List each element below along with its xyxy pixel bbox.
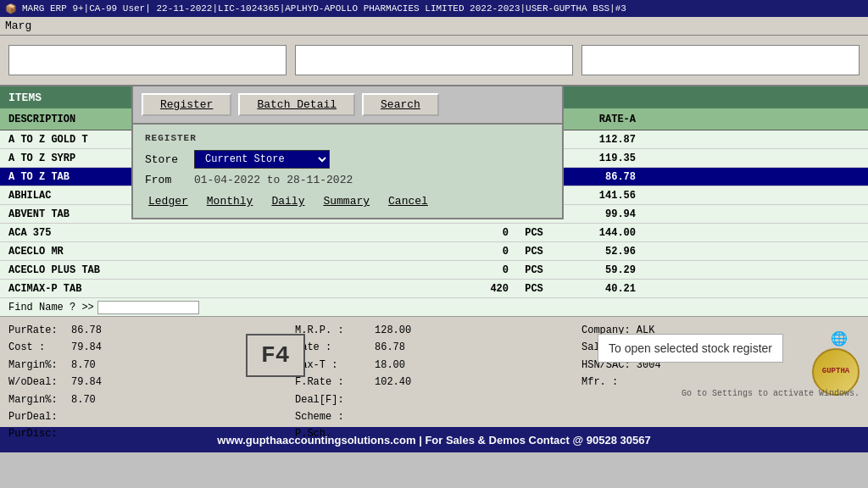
row-unit: PCS: [509, 264, 559, 276]
store-label: Store: [145, 153, 187, 166]
store-select[interactable]: Current Store: [194, 150, 330, 169]
title-text: MARG ERP 9+|CA-99 User| 22-11-2022|LIC-1…: [22, 3, 626, 14]
row-rate: 141.56: [559, 190, 644, 202]
table-row[interactable]: ACA 375 0 PCS 144.00: [0, 224, 868, 242]
search-button[interactable]: Search: [362, 93, 439, 116]
row-unit: PCS: [509, 283, 559, 295]
cancel-button[interactable]: Cancel: [385, 193, 431, 209]
title-bar: 📦 MARG ERP 9+|CA-99 User| 22-11-2022|LIC…: [0, 0, 868, 17]
daily-button[interactable]: Daily: [268, 193, 308, 209]
row-rate: 86.78: [559, 171, 644, 183]
row-desc: ACIMAX-P TAB: [0, 283, 220, 295]
row-stock: 420: [441, 283, 509, 295]
detail-col-left: PurRate:86.78 Cost :79.84 Margin%:8.70 W…: [8, 322, 287, 422]
col-header-rate: RATE-A: [559, 114, 644, 125]
row-rate: 99.94: [559, 208, 644, 220]
ledger-button[interactable]: Ledger: [145, 193, 192, 209]
find-name-input[interactable]: [97, 301, 199, 314]
table-row[interactable]: ACIMAX-P TAB 420 PCS 40.21: [0, 280, 868, 298]
row-rate: 112.87: [559, 134, 644, 146]
top-input-2[interactable]: [295, 45, 573, 75]
dialog-overlay: Register Batch Detail Search REGISTER St…: [131, 85, 564, 219]
row-rate: 40.21: [559, 283, 644, 295]
find-name-row: Find Name ? >>: [0, 298, 868, 317]
table-row[interactable]: ACECLO PLUS TAB 0 PCS 59.29: [0, 261, 868, 280]
row-stock: 0: [441, 246, 509, 258]
tooltip-open-register: To open selected stock register: [598, 334, 783, 363]
summary-button[interactable]: Summary: [320, 193, 373, 209]
dialog-buttons-row: Register Batch Detail Search: [131, 85, 564, 123]
register-actions: Ledger Monthly Daily Summary Cancel: [145, 193, 550, 209]
row-stock: 0: [441, 264, 509, 276]
monthly-button[interactable]: Monthly: [203, 193, 257, 209]
top-input-3[interactable]: [581, 45, 860, 75]
batch-detail-button[interactable]: Batch Detail: [238, 93, 355, 116]
bottom-details: PurRate:86.78 Cost :79.84 Margin%:8.70 W…: [0, 317, 868, 427]
detail-col-middle: M.R.P. :128.00 Rate :86.78 Tax-T :18.00 …: [295, 322, 573, 422]
top-input-1[interactable]: [8, 45, 287, 75]
from-label: From: [145, 174, 187, 186]
row-unit: PCS: [509, 227, 559, 239]
row-desc: ACECLO MR: [0, 246, 220, 258]
row-stock: 0: [441, 227, 509, 239]
row-desc: ACECLO PLUS TAB: [0, 264, 220, 276]
row-unit: PCS: [509, 246, 559, 258]
date-range: 01-04-2022 to 28-11-2022: [194, 174, 353, 186]
from-row: From 01-04-2022 to 28-11-2022: [145, 174, 550, 186]
windows-activation-notice: Go to Settings to activate Windows.: [682, 388, 860, 400]
row-desc: ACA 375: [0, 227, 220, 239]
register-panel: REGISTER Store Current Store From 01-04-…: [131, 123, 564, 219]
register-panel-title: REGISTER: [145, 133, 550, 143]
top-input-area: [0, 36, 868, 86]
register-button[interactable]: Register: [142, 93, 231, 116]
app-icon: 📦: [5, 3, 17, 14]
store-row: Store Current Store: [145, 150, 550, 169]
f4-hint-box: F4: [246, 334, 305, 377]
menu-bar: Marg: [0, 17, 868, 36]
menu-item-marg[interactable]: Marg: [5, 19, 31, 32]
table-row[interactable]: ACECLO MR 0 PCS 52.96: [0, 242, 868, 261]
row-rate: 52.96: [559, 246, 644, 258]
row-rate: 119.35: [559, 152, 644, 164]
row-rate: 144.00: [559, 227, 644, 239]
row-rate: 59.29: [559, 264, 644, 276]
